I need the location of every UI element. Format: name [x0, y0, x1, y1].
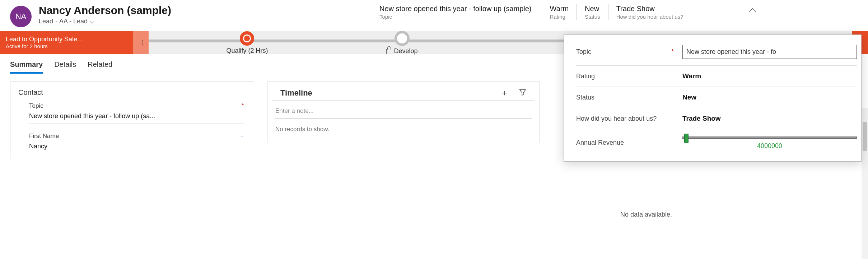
required-indicator-icon: * [671, 48, 674, 56]
process-name: Lead to Opportunity Sale... [6, 36, 127, 43]
plus-icon: ＋ [500, 88, 509, 97]
timeline-card: Timeline ＋ Enter a note... No records to… [267, 82, 540, 143]
header-field-value: New [585, 4, 600, 13]
process-duration: Active for 2 hours [6, 43, 127, 49]
stage-label: Qualify (2 Hrs) [226, 47, 268, 55]
avatar: NA [10, 6, 32, 27]
contact-section-title: Contact [10, 82, 254, 99]
stage-develop[interactable]: Develop [386, 30, 418, 55]
flyout-row-topic: Topic * [576, 38, 857, 66]
field-firstname[interactable]: First Name + [10, 129, 254, 140]
flyout-value: New [682, 93, 857, 101]
flyout-label: Rating [576, 73, 595, 80]
scrollbar-thumb[interactable] [863, 122, 867, 151]
stage-label-text: Develop [394, 47, 418, 55]
flyout-label: Annual Revenue [576, 139, 624, 147]
record-entity: Lead [39, 18, 53, 25]
flyout-row-revenue[interactable]: Annual Revenue 4000000 [576, 129, 857, 156]
filter-icon [519, 88, 527, 96]
timeline-title: Timeline [280, 88, 312, 98]
record-form: AA - Lead [59, 18, 88, 25]
header-fields: New store opened this year - follow up (… [379, 4, 691, 20]
stage-dot-icon [395, 31, 410, 46]
required-indicator-icon: * [242, 103, 244, 109]
lock-icon [386, 49, 391, 54]
field-label: First Name [29, 133, 59, 140]
revenue-value: 4000000 [682, 142, 857, 150]
field-label: Topic [29, 102, 43, 110]
recommended-indicator-icon: + [241, 133, 244, 139]
header-field-source[interactable]: Trade Show How did you hear about us? [608, 4, 691, 20]
flyout-value: Warm [682, 72, 857, 80]
tab-related[interactable]: Related [88, 60, 112, 74]
stage-qualify[interactable]: Qualify (2 Hrs) [226, 31, 268, 55]
flyout-value: Trade Show [682, 115, 857, 122]
header-field-label: Rating [550, 14, 569, 20]
header-field-label: How did you hear about us? [616, 14, 683, 20]
field-value-firstname[interactable]: Nancy [29, 140, 244, 154]
flyout-row-source[interactable]: How did you hear about us? Trade Show [576, 108, 857, 129]
flyout-row-rating[interactable]: Rating Warm [576, 66, 857, 87]
process-prev-button[interactable]: 〈 [133, 31, 149, 54]
subtitle-sep: · [55, 18, 57, 25]
record-subtitle[interactable]: Lead · AA - Lead [39, 18, 171, 25]
header-field-label: Topic [379, 14, 532, 20]
flyout-topic-input[interactable] [682, 45, 857, 59]
flyout-label: Status [576, 94, 594, 101]
field-topic[interactable]: Topic * [10, 99, 254, 110]
header-field-topic[interactable]: New store opened this year - follow up (… [379, 4, 542, 20]
contact-card: Contact Topic * New store opened this ye… [10, 82, 254, 159]
field-value-topic[interactable]: New store opened this year - follow up (… [29, 110, 244, 124]
slider-thumb-icon[interactable] [684, 134, 689, 143]
vertical-scrollbar[interactable] [862, 108, 868, 226]
record-title: Nancy Anderson (sample) [39, 4, 171, 16]
title-block: Nancy Anderson (sample) Lead · AA - Lead [39, 4, 171, 25]
chevron-down-icon[interactable] [90, 19, 95, 24]
tab-details[interactable]: Details [54, 60, 76, 74]
header-field-value: Warm [550, 4, 569, 13]
timeline-filter-button[interactable] [519, 88, 527, 98]
timeline-add-button[interactable]: ＋ [500, 88, 509, 98]
revenue-slider[interactable] [682, 137, 857, 139]
header-collapse-toggle[interactable] [748, 6, 757, 15]
process-info[interactable]: Lead to Opportunity Sale... Active for 2… [0, 31, 133, 54]
header-field-rating[interactable]: Warm Rating [542, 4, 577, 20]
tab-summary[interactable]: Summary [10, 60, 43, 74]
header-field-value: New store opened this year - follow up (… [379, 4, 532, 13]
timeline-note-input[interactable]: Enter a note... [275, 107, 532, 119]
timeline-empty-text: No records to show. [267, 123, 540, 143]
stage-label: Develop [386, 47, 418, 55]
stage-dot-active-icon [240, 31, 254, 46]
record-header: NA Nancy Anderson (sample) Lead · AA - L… [0, 0, 868, 31]
header-field-status[interactable]: New Status [577, 4, 608, 20]
header-field-value: Trade Show [616, 4, 683, 13]
flyout-label: How did you hear about us? [576, 115, 657, 122]
chevron-left-icon: 〈 [137, 38, 144, 47]
flyout-label: Topic [576, 48, 591, 56]
right-rail-empty: No data available. [553, 211, 739, 218]
flyout-row-status[interactable]: Status New [576, 87, 857, 108]
header-edit-flyout: Topic * Rating Warm Status New How did y… [564, 34, 862, 162]
header-field-label: Status [585, 14, 600, 20]
